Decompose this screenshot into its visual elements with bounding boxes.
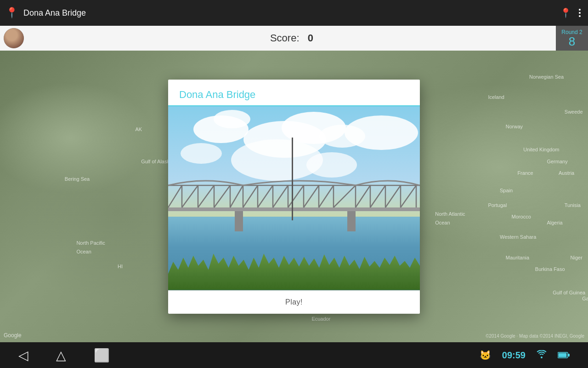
- map-label: Tunisia: [565, 202, 581, 208]
- svg-line-12: [182, 185, 198, 207]
- svg-line-35: [370, 185, 385, 207]
- score-value: 0: [308, 32, 313, 44]
- map-label: Gabon: [582, 296, 588, 301]
- dialog-header: Dona Ana Bridge: [168, 80, 420, 106]
- map-label: Gulf of Alaska: [141, 159, 172, 164]
- svg-rect-39: [559, 353, 567, 357]
- map-label: Western Sahara: [500, 234, 536, 240]
- svg-line-36: [385, 185, 401, 207]
- map-label: Mauritania: [506, 255, 529, 260]
- map-label: Germany: [547, 159, 567, 164]
- app-bar-right: 📍: [560, 7, 588, 18]
- map-watermark: Google: [4, 332, 22, 339]
- map-label: Ocean: [76, 249, 91, 254]
- map-label: Iceland: [488, 94, 504, 100]
- svg-line-14: [214, 185, 230, 207]
- dialog-title: Dona Ana Bridge: [179, 89, 255, 100]
- score-display: Score: 0: [28, 32, 556, 44]
- app-bar: 📍 Dona Ana Bridge 📍: [0, 0, 588, 26]
- recent-apps-button[interactable]: ⬜: [94, 348, 110, 363]
- map-label: Portugal: [488, 202, 507, 208]
- map-label: Ocean: [435, 220, 450, 225]
- dialog-footer: Play!: [168, 290, 420, 314]
- avatar: [4, 28, 24, 48]
- svg-line-25: [273, 185, 288, 207]
- app-bar-title: Dona Ana Bridge: [23, 8, 86, 18]
- more-menu-icon[interactable]: [579, 9, 581, 17]
- play-button[interactable]: Play!: [285, 298, 303, 306]
- round-number: 8: [569, 35, 575, 47]
- svg-rect-0: [235, 208, 243, 231]
- map-label: North Pacific: [76, 240, 105, 246]
- svg-line-28: [319, 185, 334, 207]
- cat-icon: 🐱: [480, 350, 491, 361]
- map-label: Austria: [559, 170, 574, 176]
- back-button[interactable]: ◁: [18, 348, 28, 363]
- dialog-image: [168, 106, 420, 290]
- battery-icon: [558, 350, 570, 361]
- svg-line-29: [334, 185, 356, 207]
- map-label: Ecuador: [311, 316, 330, 322]
- map-label: Norwegian Sea: [529, 74, 564, 80]
- location-icon[interactable]: 📍: [560, 7, 571, 18]
- nav-bar: ◁ △ ⬜ 🐱 09:59: [0, 342, 588, 368]
- dialog[interactable]: Dona Ana Bridge: [168, 80, 420, 314]
- map-label: United Kingdom: [523, 147, 559, 152]
- map-label: Niger: [571, 255, 582, 260]
- map-label: North Atlantic: [435, 211, 465, 217]
- map-label: Burkina Faso: [535, 266, 565, 272]
- app-bar-left: 📍 Dona Ana Bridge: [0, 7, 560, 19]
- svg-line-26: [288, 185, 304, 207]
- map-label: France: [517, 170, 533, 176]
- system-clock: 09:59: [502, 350, 526, 361]
- score-bar: Score: 0 Round 2 8: [0, 26, 588, 51]
- svg-line-34: [356, 185, 370, 207]
- svg-rect-40: [568, 354, 570, 356]
- svg-line-24: [258, 185, 273, 207]
- round-panel: Round 2 8: [556, 26, 588, 51]
- svg-rect-1: [347, 208, 356, 231]
- wifi-icon: [537, 350, 547, 361]
- svg-line-27: [304, 185, 319, 207]
- map-label: AK: [135, 126, 142, 132]
- map-label: Sweede: [565, 109, 583, 115]
- map-label: Norway: [506, 124, 523, 129]
- svg-line-37: [401, 185, 416, 207]
- map-label: Gulf of Guinea: [553, 290, 585, 295]
- map-label: Algeria: [547, 220, 562, 225]
- location-pin-icon: 📍: [6, 7, 18, 19]
- svg-line-11: [168, 185, 182, 207]
- svg-line-15: [230, 185, 243, 207]
- svg-line-23: [243, 185, 258, 207]
- map-label: HI: [118, 264, 123, 269]
- svg-rect-2: [168, 207, 420, 211]
- svg-line-13: [198, 185, 214, 207]
- map-label: Bering Sea: [65, 176, 90, 182]
- map-label: Morocco: [512, 214, 531, 219]
- bridge-image: [168, 176, 420, 231]
- home-button[interactable]: △: [56, 348, 66, 363]
- map-copyright: ©2014 Google · Map data ©2014 INEGI, Goo…: [486, 334, 584, 339]
- nav-right: 🐱 09:59: [480, 350, 570, 361]
- map-label: Spain: [500, 188, 513, 193]
- score-label: Score:: [270, 32, 300, 44]
- avatar-image: [4, 28, 24, 48]
